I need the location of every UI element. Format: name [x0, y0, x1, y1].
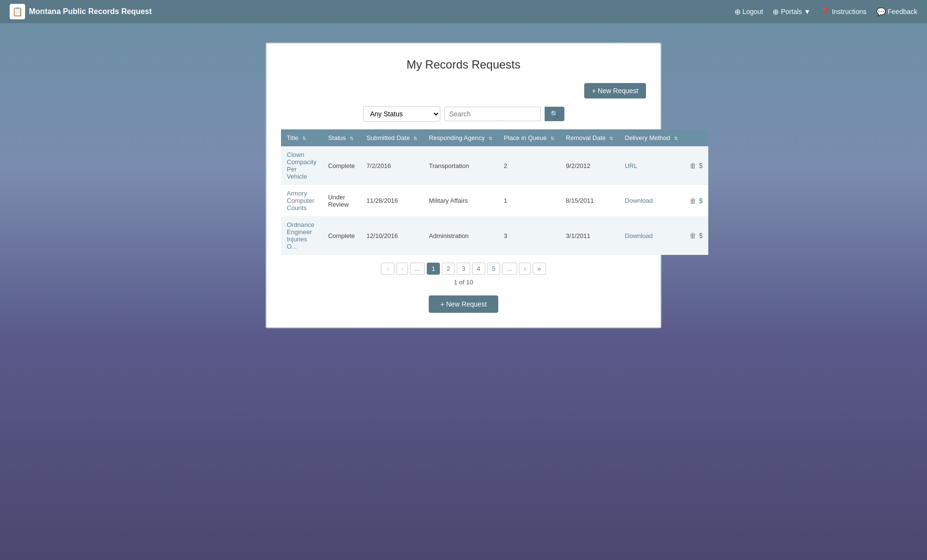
app-logo[interactable]: 📋 Montana Public Records Request: [10, 4, 734, 19]
delivery-link-1[interactable]: Download: [625, 197, 653, 204]
cell-queue-1: 1: [498, 185, 561, 216]
portals-icon: ⊕: [772, 7, 779, 16]
delete-icon-0[interactable]: 🗑: [689, 162, 696, 169]
logo-icon: 📋: [10, 4, 25, 19]
header-nav: ⊕ Logout ⊕ Portals ▼ ❓ Instructions 💬 Fe…: [734, 7, 917, 16]
dollar-icon-1[interactable]: $: [699, 197, 703, 205]
bottom-btn-row: + New Request: [281, 295, 646, 313]
title-link-1[interactable]: Armory Computer Counts: [287, 190, 314, 211]
cell-agency-0: Transportation: [423, 146, 498, 185]
main-wrapper: My Records Requests + New Request Any St…: [0, 23, 927, 348]
portals-chevron-icon: ▼: [804, 8, 811, 15]
table-row: Clown Compacity Per Vehicle Complete 7/2…: [281, 146, 708, 185]
top-controls-row: + New Request: [281, 83, 646, 98]
cell-title-0: Clown Compacity Per Vehicle: [281, 146, 322, 185]
cell-status-1: Under Review: [322, 185, 361, 216]
sort-removal-date-icon: ⇅: [609, 136, 613, 141]
page-next-button[interactable]: ›: [519, 263, 531, 275]
portals-link[interactable]: ⊕ Portals ▼: [772, 7, 810, 16]
cell-removal-date-2: 3/1/2011: [560, 216, 619, 255]
logout-link[interactable]: ⊕ Logout: [734, 7, 763, 16]
col-status[interactable]: Status ⇅: [322, 129, 361, 146]
col-delivery-method[interactable]: Delivery Method ⇅: [619, 129, 684, 146]
status-filter-select[interactable]: Any Status Complete Under Review Pending…: [363, 106, 440, 122]
page-4-button[interactable]: 4: [472, 263, 485, 275]
title-link-0[interactable]: Clown Compacity Per Vehicle: [287, 151, 316, 180]
sort-submitted-date-icon: ⇅: [413, 136, 417, 141]
cell-submitted-date-0: 7/2/2016: [361, 146, 423, 185]
cell-submitted-date-1: 11/28/2016: [361, 185, 423, 216]
cell-removal-date-1: 8/15/2011: [560, 185, 619, 216]
sort-queue-icon: ⇅: [550, 136, 554, 141]
filter-row: Any Status Complete Under Review Pending…: [281, 106, 646, 122]
table-row: Ordnance Engineer Injuries O... Complete…: [281, 216, 708, 255]
cell-delivery-2: Download: [619, 216, 684, 255]
sort-delivery-icon: ⇅: [674, 136, 678, 141]
page-ellipsis-left: ...: [410, 263, 425, 275]
cell-actions-0: 🗑 $: [684, 146, 709, 185]
delivery-link-0[interactable]: URL: [625, 162, 637, 169]
content-card: My Records Requests + New Request Any St…: [266, 42, 661, 328]
page-ellipsis-right: ...: [502, 263, 517, 275]
cell-agency-1: Military Affairs: [423, 185, 498, 216]
feedback-icon: 💬: [876, 7, 886, 16]
instructions-link[interactable]: ❓ Instructions: [820, 7, 867, 16]
logout-label: Logout: [743, 8, 763, 15]
page-prev-button[interactable]: ‹: [396, 263, 408, 275]
delete-icon-2[interactable]: 🗑: [689, 232, 696, 239]
page-3-button[interactable]: 3: [457, 263, 470, 275]
logout-icon: ⊕: [734, 7, 741, 16]
instructions-label: Instructions: [832, 8, 867, 15]
table-header-row: Title ⇅ Status ⇅ Submitted Date ⇅ Respon…: [281, 129, 708, 146]
sort-status-icon: ⇅: [350, 136, 353, 141]
sort-agency-icon: ⇅: [489, 136, 492, 141]
page-1-button[interactable]: 1: [427, 263, 440, 275]
cell-actions-2: 🗑 $: [684, 216, 709, 255]
cell-status-0: Complete: [322, 146, 361, 185]
page-info: 1 of 10: [281, 279, 646, 286]
cell-removal-date-0: 9/2/2012: [560, 146, 619, 185]
page-5-button[interactable]: 5: [487, 263, 500, 275]
portals-label: Portals: [781, 8, 802, 15]
cell-actions-1: 🗑 $: [684, 185, 709, 216]
col-responding-agency[interactable]: Responding Agency ⇅: [423, 129, 498, 146]
cell-delivery-1: Download: [619, 185, 684, 216]
feedback-link[interactable]: 💬 Feedback: [876, 7, 917, 16]
col-place-in-queue[interactable]: Place in Queue ⇅: [498, 129, 561, 146]
search-icon: 🔍: [550, 110, 559, 118]
dollar-icon-0[interactable]: $: [699, 162, 703, 169]
records-table: Title ⇅ Status ⇅ Submitted Date ⇅ Respon…: [281, 129, 708, 255]
cell-title-1: Armory Computer Counts: [281, 185, 322, 216]
col-actions: [684, 129, 709, 146]
cell-status-2: Complete: [322, 216, 361, 255]
cell-title-2: Ordnance Engineer Injuries O...: [281, 216, 322, 255]
dollar-icon-2[interactable]: $: [699, 232, 703, 239]
delivery-link-2[interactable]: Download: [625, 232, 653, 239]
feedback-label: Feedback: [888, 8, 917, 15]
page-last-button[interactable]: »: [533, 263, 546, 275]
app-header: 📋 Montana Public Records Request ⊕ Logou…: [0, 0, 927, 23]
col-submitted-date[interactable]: Submitted Date ⇅: [361, 129, 423, 146]
delete-icon-1[interactable]: 🗑: [689, 197, 696, 205]
cell-queue-0: 2: [498, 146, 561, 185]
page-first-button[interactable]: «: [381, 263, 394, 275]
cell-delivery-0: URL: [619, 146, 684, 185]
new-request-button-bottom[interactable]: + New Request: [429, 295, 498, 313]
pagination: « ‹ ... 1 2 3 4 5 ... › »: [281, 263, 646, 275]
title-link-2[interactable]: Ordnance Engineer Injuries O...: [287, 221, 314, 250]
search-button[interactable]: 🔍: [545, 107, 564, 121]
cell-agency-2: Administration: [423, 216, 498, 255]
instructions-icon: ❓: [820, 7, 830, 16]
col-removal-date[interactable]: Removal Date ⇅: [560, 129, 619, 146]
page-title: My Records Requests: [281, 58, 646, 71]
page-2-button[interactable]: 2: [442, 263, 455, 275]
table-row: Armory Computer Counts Under Review 11/2…: [281, 185, 708, 216]
app-title: Montana Public Records Request: [29, 7, 152, 16]
col-title[interactable]: Title ⇅: [281, 129, 322, 146]
cell-submitted-date-2: 12/10/2016: [361, 216, 423, 255]
new-request-button-top[interactable]: + New Request: [584, 83, 646, 98]
search-input[interactable]: [444, 107, 541, 121]
cell-queue-2: 3: [498, 216, 561, 255]
sort-title-icon: ⇅: [302, 136, 306, 141]
